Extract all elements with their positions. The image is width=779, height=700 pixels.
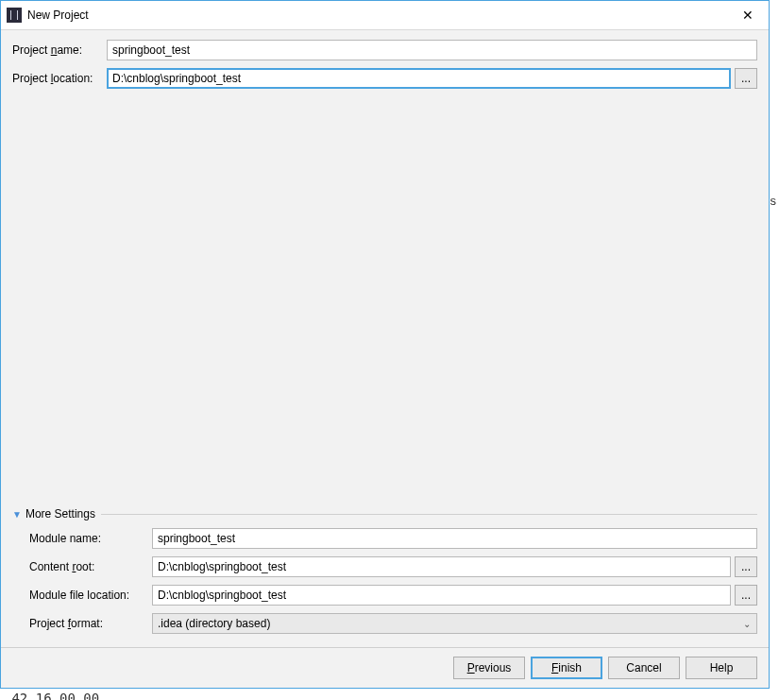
previous-button[interactable]: Previous bbox=[453, 657, 525, 679]
close-icon[interactable]: ✕ bbox=[726, 1, 769, 29]
project-name-row: Project name: bbox=[12, 40, 757, 60]
module-file-browse-button[interactable]: ... bbox=[735, 585, 757, 606]
project-location-browse-button[interactable]: ... bbox=[735, 68, 757, 89]
project-name-input[interactable] bbox=[107, 40, 757, 60]
help-button[interactable]: Help bbox=[686, 657, 757, 679]
project-format-value: .idea (directory based) bbox=[158, 617, 270, 630]
module-name-input[interactable] bbox=[152, 528, 757, 549]
content-root-row: Content root: ... bbox=[12, 556, 757, 577]
titlebar: New Project ✕ bbox=[1, 1, 769, 30]
cancel-button[interactable]: Cancel bbox=[608, 657, 680, 679]
module-file-label: Module file location: bbox=[12, 589, 152, 602]
project-format-row: Project format: .idea (directory based) … bbox=[12, 613, 757, 634]
new-project-dialog: New Project ✕ Project name: Project loca… bbox=[0, 0, 770, 689]
project-location-label: Project location: bbox=[12, 72, 107, 85]
project-location-row: Project location: ... bbox=[12, 68, 757, 89]
dialog-body: Project name: Project location: ... ▼ Mo… bbox=[1, 30, 769, 647]
spacer bbox=[12, 96, 757, 507]
window-title: New Project bbox=[27, 9, 726, 22]
module-file-row: Module file location: ... bbox=[12, 585, 757, 606]
footer: Previous Finish Cancel Help bbox=[1, 647, 769, 688]
more-settings-label: More Settings bbox=[25, 507, 95, 521]
finish-button[interactable]: Finish bbox=[531, 657, 602, 679]
more-settings-toggle[interactable]: ▼ More Settings bbox=[12, 507, 757, 521]
project-location-input[interactable] bbox=[107, 68, 731, 89]
module-name-row: Module name: bbox=[12, 528, 757, 549]
content-root-browse-button[interactable]: ... bbox=[735, 556, 757, 577]
project-format-combo[interactable]: .idea (directory based) ⌄ bbox=[152, 613, 757, 634]
project-name-label: Project name: bbox=[12, 43, 107, 57]
triangle-down-icon: ▼ bbox=[12, 509, 22, 520]
module-file-input[interactable] bbox=[152, 585, 731, 606]
app-icon bbox=[7, 8, 22, 23]
content-root-label: Content root: bbox=[12, 560, 152, 573]
chevron-down-icon: ⌄ bbox=[743, 619, 751, 629]
project-format-label: Project format: bbox=[12, 617, 152, 630]
divider bbox=[101, 514, 757, 515]
background-fragment-right: s bbox=[771, 194, 777, 208]
background-fragment-below: .42.16.00.00 bbox=[0, 689, 779, 700]
content-root-input[interactable] bbox=[152, 556, 731, 577]
module-name-label: Module name: bbox=[12, 532, 152, 545]
